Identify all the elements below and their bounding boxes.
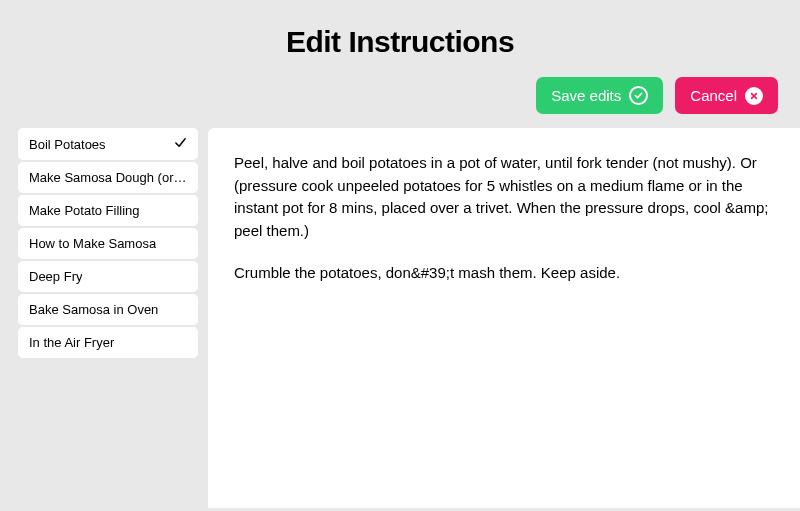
check-icon <box>629 86 648 105</box>
step-sidebar: Boil Potatoes Make Samosa Dough (or u...… <box>18 128 198 508</box>
sidebar-item-make-dough[interactable]: Make Samosa Dough (or u... <box>18 162 198 193</box>
cancel-button-label: Cancel <box>690 87 737 104</box>
instruction-paragraph: Peel, halve and boil potatoes in a pot o… <box>234 152 774 242</box>
sidebar-item-label: In the Air Fryer <box>29 335 114 350</box>
sidebar-item-label: Bake Samosa in Oven <box>29 302 158 317</box>
instruction-paragraph: Crumble the potatoes, don&#39;t mash the… <box>234 262 774 285</box>
sidebar-item-bake-oven[interactable]: Bake Samosa in Oven <box>18 294 198 325</box>
sidebar-item-make-samosa[interactable]: How to Make Samosa <box>18 228 198 259</box>
sidebar-item-label: Make Samosa Dough (or u... <box>29 170 187 185</box>
sidebar-item-label: Boil Potatoes <box>29 137 106 152</box>
action-buttons: Save edits Cancel <box>0 77 800 128</box>
sidebar-item-potato-filling[interactable]: Make Potato Filling <box>18 195 198 226</box>
sidebar-item-boil-potatoes[interactable]: Boil Potatoes <box>18 128 198 160</box>
sidebar-item-label: How to Make Samosa <box>29 236 156 251</box>
page-header: Edit Instructions <box>0 0 800 77</box>
main-layout: Boil Potatoes Make Samosa Dough (or u...… <box>0 128 800 508</box>
save-button-label: Save edits <box>551 87 621 104</box>
sidebar-item-deep-fry[interactable]: Deep Fry <box>18 261 198 292</box>
sidebar-item-label: Deep Fry <box>29 269 82 284</box>
close-icon <box>745 87 763 105</box>
save-button[interactable]: Save edits <box>536 77 663 114</box>
page-title: Edit Instructions <box>0 25 800 59</box>
check-icon <box>174 136 187 152</box>
instruction-content[interactable]: Peel, halve and boil potatoes in a pot o… <box>208 128 800 508</box>
cancel-button[interactable]: Cancel <box>675 77 778 114</box>
sidebar-item-air-fryer[interactable]: In the Air Fryer <box>18 327 198 358</box>
sidebar-item-label: Make Potato Filling <box>29 203 140 218</box>
